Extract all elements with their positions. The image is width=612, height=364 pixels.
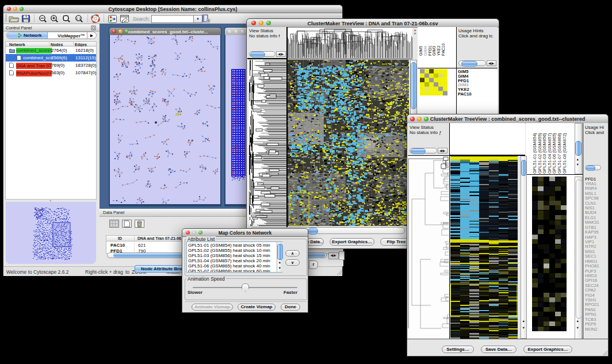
svg-text:1:1: 1:1	[76, 17, 81, 20]
